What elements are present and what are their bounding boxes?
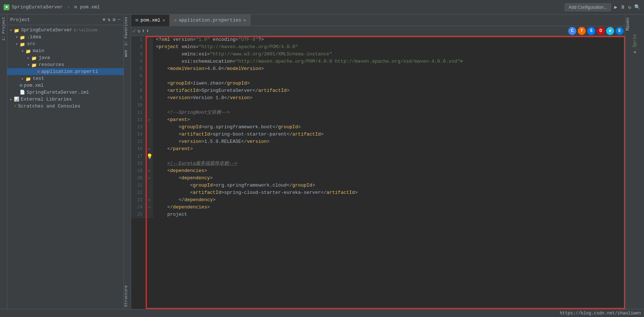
arrow-main: [20, 49, 25, 53]
tree-item-main[interactable]: 📁 main: [7, 47, 123, 54]
line-num-14: 14: [131, 131, 146, 138]
tab-pom[interactable]: m pom.xml ✕: [131, 15, 170, 26]
tree-item-idea[interactable]: 📁 .idea: [7, 34, 123, 40]
browser-icon-ie[interactable]: e: [606, 27, 614, 35]
project-panel-toggle[interactable]: 1: Project: [1, 15, 6, 43]
line-num-23: 23: [131, 196, 146, 204]
arrow-resources: [26, 63, 31, 67]
line-num-8: 8: [131, 87, 146, 94]
maven-toggle[interactable]: Maven: [625, 17, 644, 31]
gutter-1: [146, 36, 153, 43]
add-configuration-button[interactable]: Add Configuration...: [565, 3, 611, 11]
toolbar-icon-1[interactable]: ↻: [138, 28, 141, 34]
tab-close-properties[interactable]: ✕: [243, 18, 246, 23]
sort-icon[interactable]: ⇅: [108, 17, 111, 23]
tree-item-java[interactable]: 📁 java: [7, 54, 123, 61]
line-num-3: 3: [131, 51, 146, 58]
title-bar-right: Add Configuration... ▶ ⏸ ↻ 🔍: [565, 3, 640, 11]
bottom-bar: https://blog.csdn.net/zhaoliwen: [0, 309, 644, 317]
tree-item-test[interactable]: 📁 test: [7, 75, 123, 82]
browser-icon-edge[interactable]: E: [616, 27, 624, 35]
gutter-10: [146, 102, 153, 109]
toolbar-icon-2[interactable]: ⬆: [142, 28, 145, 34]
lightbulb-icon[interactable]: 💡: [146, 153, 153, 160]
code-line-13: 13 <groupId>org.springframework.boot</gr…: [131, 124, 625, 131]
gutter-3: [146, 51, 153, 58]
gutter-2: [146, 43, 153, 51]
arrow-src: [15, 42, 19, 46]
label-root-path: D:\AllCode: [74, 28, 98, 32]
code-line-10: 10: [131, 102, 625, 109]
minimize-icon[interactable]: —: [118, 17, 121, 23]
tree-item-scratches[interactable]: ⚡ Scratches and Consoles: [7, 103, 123, 110]
tree-item-resources[interactable]: 📁 resources: [7, 61, 123, 68]
label-scratches: Scratches and Consoles: [18, 103, 80, 109]
gutter-17[interactable]: 💡: [146, 153, 153, 160]
code-editor: 1 <?xml version="1.0" encoding="UTF-8"?>…: [131, 36, 625, 309]
code-line-6: 6: [131, 73, 625, 80]
line-content-5: <modelVersion>4.0.0</modelVersion>: [153, 65, 625, 73]
line-num-13: 13: [131, 124, 146, 131]
tree-item-iml[interactable]: 📄 SpringEuretaServer.iml: [7, 89, 123, 96]
search-icon[interactable]: 🔍: [634, 4, 640, 10]
gutter-18: [146, 160, 153, 167]
line-num-6: 6: [131, 73, 146, 80]
run-icon[interactable]: ▶: [614, 4, 617, 10]
validate-icon[interactable]: ✓: [133, 27, 136, 35]
file-icon-xml: m: [20, 83, 22, 88]
browser-icon-firefox[interactable]: f: [578, 27, 586, 35]
code-line-20: 20 ⊖ <dependency>: [131, 175, 625, 182]
browser-icon-opera[interactable]: O: [597, 27, 605, 35]
code-line-18: 18 <!--Eureta服务端最终依赖-->: [131, 160, 625, 167]
favorites-toggle[interactable]: 2: Favorites: [124, 15, 131, 48]
line-content-22: <artifactId>spring-cloud-starter-eureka-…: [153, 189, 625, 196]
project-tree: 📁 SpringEuretaServer D:\AllCode 📁 .idea …: [7, 25, 123, 309]
line-num-18: 18: [131, 160, 146, 167]
breadcrumb-project: SpringEuretaServer: [12, 4, 63, 10]
line-num-4: 4: [131, 58, 146, 65]
refresh-icon[interactable]: ↻: [628, 4, 631, 10]
code-content[interactable]: 1 <?xml version="1.0" encoding="UTF-8"?>…: [131, 36, 625, 309]
line-content-2: <project xmlns="http://maven.apache.org/…: [153, 43, 625, 51]
debug-icon[interactable]: ⏸: [620, 4, 625, 10]
project-panel: Project ⊕ ⇅ ⚙ — 📁 SpringEuretaServer D:\…: [7, 15, 124, 309]
tree-item-pomxml[interactable]: m pom.xml: [7, 82, 123, 89]
toolbar-icon-3[interactable]: ⬇: [146, 28, 149, 34]
spring-icon[interactable]: ▶ Sprin: [632, 34, 637, 55]
code-line-4: 4 xsi:schemaLocation="http://maven.apach…: [131, 58, 625, 65]
code-line-17: 17 💡: [131, 153, 625, 160]
project-header: Project ⊕ ⇅ ⚙ —: [7, 15, 123, 25]
tab-close-pom[interactable]: ✕: [162, 18, 165, 23]
tabs-bar: m pom.xml ✕ ⚙ application.properties ✕: [131, 15, 625, 26]
code-line-3: 3 xmlns:xsi="http://www.w3.org/2001/XMLS…: [131, 51, 625, 58]
code-line-15: 15 <version>1.5.9.RELEASE</version>: [131, 138, 625, 145]
browser-icon-safari[interactable]: S: [587, 27, 595, 35]
tree-item-extlibs[interactable]: 📊 External Libraries: [7, 96, 123, 103]
arrow-idea: [15, 35, 19, 39]
folder-icon-test: 📁: [25, 77, 31, 81]
structure-toggle[interactable]: Structure: [124, 283, 131, 309]
code-line-25: 25 project: [131, 211, 625, 218]
code-line-5: 5 <modelVersion>4.0.0</modelVersion>: [131, 65, 625, 73]
line-content-25: project: [153, 211, 625, 218]
gutter-9: [146, 94, 153, 102]
code-line-2: 2 <project xmlns="http://maven.apache.or…: [131, 43, 625, 51]
line-content-9: <version>Version 1.0</version>: [153, 94, 625, 102]
settings-icon[interactable]: ⚙: [113, 17, 115, 23]
tab-properties[interactable]: ⚙ application.properties ✕: [170, 15, 251, 26]
tree-item-appprops[interactable]: ⚙ application.properti: [7, 68, 123, 75]
breadcrumb: SpringEuretaServer › m pom.xml: [12, 4, 100, 10]
line-num-21: 21: [131, 182, 146, 189]
line-content-8: <artifactId>SpringEuretaServer</artifact…: [153, 87, 625, 94]
line-num-2: 2: [131, 43, 146, 51]
label-pomxml: pom.xml: [24, 83, 44, 88]
tree-item-src[interactable]: 📁 src: [7, 40, 123, 47]
line-content-24: </dependencies>: [153, 204, 625, 211]
web-toggle[interactable]: Web: [124, 48, 131, 59]
browser-icon-chrome[interactable]: C: [568, 27, 576, 35]
tree-item-root[interactable]: 📁 SpringEuretaServer D:\AllCode: [7, 27, 123, 34]
add-icon[interactable]: ⊕: [103, 17, 106, 23]
tab-icon-properties: ⚙: [174, 18, 177, 23]
gutter-22: [146, 189, 153, 196]
label-src: src: [27, 41, 35, 47]
